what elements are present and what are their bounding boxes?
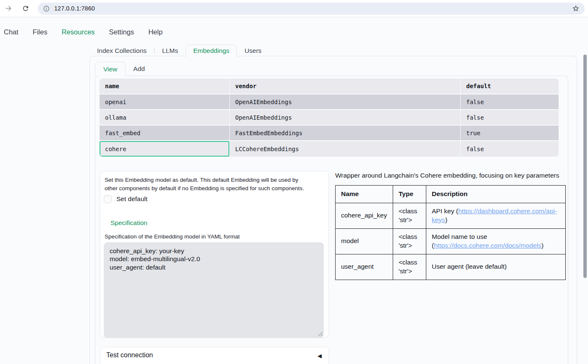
spec-yaml-wrapper: cohere_api_key: your-key model: embed-mu…: [104, 242, 324, 338]
table-row: openai OpenAIEmbeddings false: [100, 94, 559, 110]
embedding-settings-card: Set this Embedding model as default. Thi…: [100, 171, 329, 338]
cell-name[interactable]: ollama: [100, 110, 230, 126]
col-header-vendor: vendor: [230, 79, 461, 94]
url-text: 127.0.0.1:7860: [54, 5, 95, 12]
params-row: model <class 'str'> Model name to use (h…: [336, 228, 566, 254]
cohere-models-link[interactable]: https://docs.cohere.com/docs/models: [434, 242, 541, 249]
nav-chat[interactable]: Chat: [4, 28, 18, 36]
param-description: Model name to use (https://docs.cohere.c…: [426, 228, 566, 254]
params-header-row: Name Type Description: [336, 186, 566, 203]
tab-embeddings[interactable]: Embeddings: [186, 45, 237, 57]
param-description: User agent (leave default): [426, 254, 566, 280]
tab-add[interactable]: Add: [126, 62, 152, 76]
cell-default[interactable]: false: [461, 110, 559, 126]
param-type: <class 'str'>: [393, 254, 426, 280]
nav-files[interactable]: Files: [33, 28, 47, 36]
forward-icon[interactable]: [4, 4, 13, 13]
params-col-name: Name: [336, 186, 393, 203]
bookmark-star-icon[interactable]: [572, 5, 580, 12]
view-add-tab-bar: View Add: [95, 62, 152, 76]
cell-default[interactable]: true: [461, 126, 559, 141]
params-row: cohere_api_key <class 'str'> API key (ht…: [336, 203, 566, 229]
set-default-row: Set default: [104, 195, 325, 203]
test-connection-accordion[interactable]: Test connection ◀: [100, 347, 329, 364]
accordion-caret-icon: ◀: [318, 353, 322, 359]
param-type: <class 'str'>: [393, 203, 426, 229]
cell-vendor[interactable]: FastEmbedEmbeddings: [230, 126, 461, 141]
parameters-table: Name Type Description cohere_api_key <cl…: [335, 185, 566, 280]
browser-toolbar: 127.0.0.1:7860: [0, 0, 588, 17]
cell-name-selected[interactable]: cohere: [100, 141, 230, 157]
spec-yaml-textarea[interactable]: cohere_api_key: your-key model: embed-mu…: [104, 242, 324, 338]
tab-index-collections[interactable]: Index Collections: [89, 45, 154, 57]
embeddings-dataframe: name vendor default openai OpenAIEmbeddi…: [100, 79, 559, 157]
cell-name[interactable]: fast_embed: [100, 126, 230, 141]
params-col-description: Description: [426, 186, 566, 203]
tab-view[interactable]: View: [95, 62, 126, 76]
cell-default[interactable]: false: [461, 94, 559, 110]
nav-help[interactable]: Help: [148, 28, 163, 36]
col-header-default: default: [461, 79, 559, 94]
cell-vendor[interactable]: OpenAIEmbeddings: [230, 110, 461, 126]
url-bar[interactable]: 127.0.0.1:7860: [38, 3, 585, 15]
nav-settings[interactable]: Settings: [109, 28, 134, 36]
table-row: fast_embed FastEmbedEmbeddings true: [100, 126, 559, 141]
param-description: API key (https://dashboard.cohere.com/ap…: [426, 203, 566, 229]
nav-resources[interactable]: Resources: [62, 28, 95, 36]
reload-icon[interactable]: [22, 5, 29, 12]
tab-users[interactable]: Users: [237, 45, 269, 57]
test-connection-label: Test connection: [106, 351, 153, 359]
col-header-name: name: [100, 79, 230, 94]
table-header-row: name vendor default: [100, 79, 559, 94]
set-default-label: Set default: [116, 195, 147, 203]
parameter-info-panel: Wrapper around Langchain's Cohere embedd…: [335, 172, 567, 280]
table-row: cohere LCCohereEmbeddings false: [100, 141, 559, 157]
tab-specification[interactable]: Specification: [110, 219, 147, 227]
site-info-icon[interactable]: [43, 5, 50, 12]
spec-description: Specification of the Embedding model in …: [105, 233, 325, 240]
resources-tab-bar: Index Collections LLMs Embeddings Users: [89, 45, 269, 57]
param-name: model: [336, 228, 393, 254]
cell-default[interactable]: false: [461, 141, 559, 157]
table-row: ollama OpenAIEmbeddings false: [100, 110, 559, 126]
param-type: <class 'str'>: [393, 228, 426, 254]
set-default-hint: Set this Embedding model as default. Thi…: [105, 176, 309, 193]
main-nav: Chat Files Resources Settings Help: [4, 28, 163, 36]
set-default-checkbox[interactable]: [104, 195, 112, 203]
param-name: cohere_api_key: [336, 203, 393, 229]
tab-llms[interactable]: LLMs: [155, 45, 186, 57]
info-title: Wrapper around Langchain's Cohere embedd…: [335, 172, 567, 179]
page-scrollbar-thumb[interactable]: [583, 55, 587, 278]
cell-vendor[interactable]: OpenAIEmbeddings: [230, 94, 461, 110]
cell-vendor[interactable]: LCCohereEmbeddings: [230, 141, 461, 157]
param-name: user_agent: [336, 254, 393, 280]
cell-name[interactable]: openai: [100, 94, 230, 110]
params-row: user_agent <class 'str'> User agent (lea…: [336, 254, 566, 280]
params-col-type: Type: [393, 186, 426, 203]
